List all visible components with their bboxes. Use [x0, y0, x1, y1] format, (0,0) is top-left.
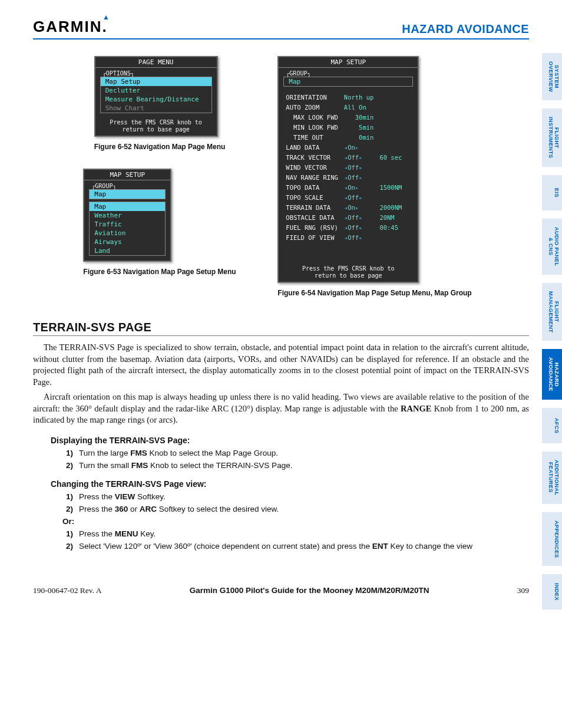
- tab-flight[interactable]: FLIGHTINSTRUMENTS: [542, 108, 562, 167]
- tab-hazard[interactable]: HAZARDAVOIDANCE: [542, 349, 562, 400]
- setting-row: TIME OUT0min: [283, 133, 404, 141]
- step: 1)Press the MENU Key.: [62, 529, 529, 538]
- tab-system[interactable]: SYSTEMOVERVIEW: [542, 53, 562, 100]
- group-label: GROUP: [95, 183, 113, 189]
- logo-triangle-icon: ▲: [103, 13, 111, 21]
- proc2-steps: 1)Press the VIEW Softkey.2)Press the 360…: [62, 492, 529, 513]
- dropdown-item: Traffic: [90, 220, 165, 229]
- tab-index[interactable]: INDEX: [542, 574, 562, 610]
- tab-flight[interactable]: FLIGHTMANAGEMENT: [542, 283, 562, 341]
- menu-item: Map Setup: [101, 77, 211, 86]
- section-title: HAZARD AVOIDANCE: [402, 22, 529, 36]
- setting-row: TRACK VECTOR◂Off▸60 sec: [283, 153, 404, 162]
- dropdown-item: Aviation: [90, 229, 165, 238]
- setting-row: AUTO ZOOMAll On: [283, 103, 404, 111]
- map-setup-panel: MAP SETUP ┌GROUP┐ Map MapWeatherTrafficA…: [83, 169, 171, 262]
- setting-row: LAND DATA◂On▸: [283, 143, 404, 151]
- setting-row: NAV RANGE RING◂Off▸: [283, 173, 404, 182]
- group-selected: Map: [284, 77, 412, 86]
- para-2: Aircraft orientation on this map is alwa…: [33, 391, 529, 426]
- doc-title: Garmin G1000 Pilot's Guide for the Moone…: [190, 586, 429, 595]
- group-label: OPTIONS: [106, 70, 131, 77]
- proc3-steps: 1)Press the MENU Key.2)Select 'View 120º…: [62, 529, 529, 551]
- proc1-heading: Displaying the TERRAIN-SVS Page:: [51, 436, 529, 445]
- doc-number: 190-00647-02 Rev. A: [33, 586, 102, 595]
- figures-row: PAGE MENU ┌OPTIONS┐ Map SetupDeclutterMe…: [68, 56, 529, 297]
- setting-row: TOPO DATA◂On▸1500NM: [283, 183, 404, 192]
- menu-item: Show Chart: [101, 104, 211, 113]
- caption: Figure 6-53 Navigation Map Page Setup Me…: [83, 268, 236, 276]
- menu-item: Measure Bearing/Distance: [101, 95, 211, 104]
- garmin-logo: GARMIN. ▲: [33, 18, 108, 36]
- settings-table: ORIENTATIONNorth upAUTO ZOOMAll On MAX L…: [282, 91, 405, 243]
- page-menu-panel: PAGE MENU ┌OPTIONS┐ Map SetupDeclutterMe…: [94, 56, 218, 137]
- range-bold: RANGE: [401, 404, 431, 413]
- figure-6-54: MAP SETUP ┌GROUP┐ Map ORIENTATIONNorth u…: [277, 56, 471, 297]
- caption: Figure 6-54 Navigation Map Page Setup Me…: [277, 289, 471, 297]
- tab-afcs[interactable]: AFCS: [542, 408, 562, 443]
- tab-eis[interactable]: EIS: [542, 175, 562, 210]
- setting-row: OBSTACLE DATA◂Off▸20NM: [283, 213, 404, 222]
- setting-row: FUEL RNG (RSV)◂Off▸00:45: [283, 223, 404, 232]
- para-1: The TERRAIN-SVS Page is specialized to s…: [33, 342, 529, 388]
- brand-text: GARMIN: [33, 18, 102, 35]
- step: 1)Press the VIEW Softkey.: [62, 492, 529, 501]
- dropdown-item: Land: [90, 246, 165, 255]
- side-tabs: SYSTEMOVERVIEWFLIGHTINSTRUMENTSEISAUDIO …: [542, 53, 562, 610]
- page-number: 309: [517, 586, 529, 595]
- setting-row: TOPO SCALE◂Off▸: [283, 193, 404, 202]
- menu-item: Declutter: [101, 86, 211, 95]
- or-label: Or:: [62, 517, 74, 526]
- map-setup-map-group-panel: MAP SETUP ┌GROUP┐ Map ORIENTATIONNorth u…: [277, 56, 419, 283]
- figure-6-52: PAGE MENU ┌OPTIONS┐ Map SetupDeclutterMe…: [94, 56, 226, 151]
- step: 1)Turn the large FMS Knob to select the …: [62, 449, 529, 457]
- step: 2)Press the 360 or ARC Softkey to select…: [62, 505, 529, 513]
- panel-foot: Press the FMS CRSR knob toreturn to base…: [279, 262, 418, 282]
- setting-row: MAX LOOK FWD30min: [283, 113, 404, 121]
- setting-row: MIN LOOK FWD5min: [283, 123, 404, 131]
- setting-row: WIND VECTOR◂Off▸: [283, 163, 404, 172]
- page-header: GARMIN. ▲ HAZARD AVOIDANCE: [33, 18, 529, 39]
- dropdown-item: Map: [90, 202, 165, 211]
- step: 2)Select 'View 120º' or 'View 360º' (cho…: [62, 542, 529, 551]
- panel-title: MAP SETUP: [84, 170, 170, 180]
- setting-row: TERRAIN DATA◂On▸2000NM: [283, 203, 404, 212]
- caption: Figure 6-52 Navigation Map Page Menu: [94, 143, 226, 151]
- tab-additional[interactable]: ADDITIONALFEATURES: [542, 452, 562, 504]
- panel-foot: Press the FMS CRSR knob toreturn to base…: [95, 116, 217, 136]
- terrain-svs-heading: TERRAIN-SVS PAGE: [33, 321, 529, 336]
- figure-6-53: MAP SETUP ┌GROUP┐ Map MapWeatherTrafficA…: [83, 169, 236, 276]
- panel-title: MAP SETUP: [279, 57, 418, 68]
- step: 2)Turn the small FMS Knob to select the …: [62, 461, 529, 470]
- panel-title: PAGE MENU: [95, 57, 217, 68]
- proc1-steps: 1)Turn the large FMS Knob to select the …: [62, 449, 529, 470]
- proc2-heading: Changing the TERRAIN-SVS Page view:: [51, 479, 529, 489]
- dropdown-item: Weather: [90, 211, 165, 220]
- group-label: GROUP: [289, 70, 307, 77]
- setting-row: ORIENTATIONNorth up: [283, 93, 404, 101]
- tab-appendices[interactable]: APPENDICES: [542, 512, 562, 566]
- page-footer: 190-00647-02 Rev. A Garmin G1000 Pilot's…: [33, 586, 529, 595]
- dropdown-item: Airways: [90, 238, 165, 246]
- tab-audio-panel[interactable]: AUDIO PANEL& CNS: [542, 219, 562, 275]
- setting-row: FIELD OF VIEW◂Off▸: [283, 233, 404, 242]
- group-selected: Map: [90, 190, 165, 199]
